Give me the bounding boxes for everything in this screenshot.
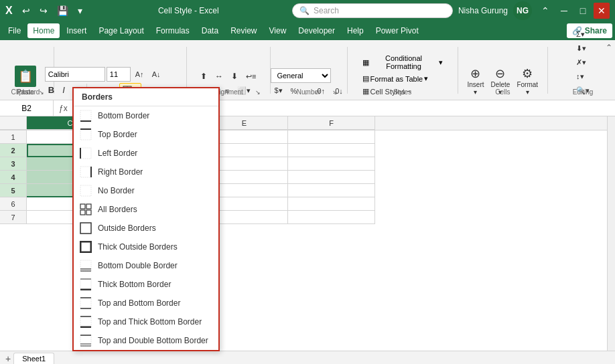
autosum-button[interactable]: Σ▾ <box>573 28 593 41</box>
border-bottom-item[interactable]: Bottom Border <box>74 106 218 125</box>
align-bottom-button[interactable]: ⬇ <box>228 70 241 83</box>
decrease-font-button[interactable]: A↓ <box>149 68 164 80</box>
row-header-3[interactable]: 3 <box>0 157 27 171</box>
font-size-input[interactable] <box>107 67 131 82</box>
no-border-icon <box>79 184 92 197</box>
top-bottom-label: Top and Bottom Border <box>98 298 180 308</box>
border-none-item[interactable]: No Border <box>74 181 218 200</box>
cf-arrow-icon: ▾ <box>439 58 443 67</box>
minimize-button[interactable]: ─ <box>556 3 572 19</box>
outside-borders-label: Outside Borders <box>98 223 156 233</box>
search-box[interactable]: 🔍 Search <box>292 3 453 18</box>
svg-rect-15 <box>86 210 91 215</box>
bottom-border-icon <box>79 109 92 122</box>
avatar[interactable]: NG <box>513 1 532 20</box>
delete-label: Delete <box>491 81 510 88</box>
wrap-text-button[interactable]: ↩≡ <box>243 70 259 83</box>
cell-f7[interactable] <box>288 211 375 224</box>
menu-file[interactable]: File <box>3 23 26 38</box>
align-middle-button[interactable]: ↔ <box>212 70 226 83</box>
row-header-5[interactable]: 5 <box>0 184 27 197</box>
menu-help[interactable]: Help <box>342 23 369 38</box>
all-borders-label: All Borders <box>98 205 137 214</box>
alignment-expand-icon[interactable]: ↘ <box>255 89 261 96</box>
border-top-thick-bottom-item[interactable]: Top and Thick Bottom Border <box>74 312 218 331</box>
border-thick-outside-item[interactable]: Thick Outside Borders <box>74 238 218 256</box>
thick-bottom-border-icon <box>79 278 92 291</box>
title-bar-center: Cell Style - Excel <box>85 6 292 15</box>
svg-rect-16 <box>80 223 91 234</box>
border-thick-bottom-item[interactable]: Thick Bottom Border <box>74 275 218 294</box>
row-header-7[interactable]: 7 <box>0 211 27 224</box>
border-top-item[interactable]: Top Border <box>74 125 218 144</box>
svg-rect-27 <box>80 316 91 327</box>
bottom-border-label: Bottom Border <box>98 111 149 120</box>
cell-f2[interactable] <box>288 144 375 157</box>
number-label: Number <box>278 88 338 96</box>
fat-arrow-icon: ▾ <box>424 74 428 83</box>
border-all-item[interactable]: All Borders <box>74 200 218 219</box>
menu-view[interactable]: View <box>264 23 292 38</box>
increase-font-button[interactable]: A↑ <box>132 68 147 80</box>
border-top-double-bottom-item[interactable]: Top and Double Bottom Border <box>74 331 218 350</box>
left-border-label: Left Border <box>98 149 137 158</box>
sheet-tab-1[interactable]: Sheet1 <box>13 353 54 364</box>
add-sheet-button[interactable]: + <box>3 353 13 364</box>
conditional-formatting-label: Conditional Formatting <box>370 54 437 70</box>
menu-developer[interactable]: Developer <box>293 23 340 38</box>
expand-ribbon-button[interactable]: ⌃ <box>606 43 612 52</box>
menu-review[interactable]: Review <box>225 23 262 38</box>
thick-outside-borders-icon <box>79 240 92 254</box>
bold-button[interactable]: B <box>45 83 58 97</box>
align-top-button[interactable]: ⬆ <box>197 70 210 83</box>
number-expand-icon[interactable]: ↘ <box>332 89 338 96</box>
more-quick-access[interactable]: ▾ <box>75 4 85 17</box>
border-left-item[interactable]: Left Border <box>74 144 218 163</box>
top-thick-bottom-border-icon <box>79 315 92 329</box>
cell-f6[interactable] <box>288 197 375 211</box>
row-headers: 1 2 3 4 5 6 7 <box>0 130 27 224</box>
maximize-button[interactable]: □ <box>575 3 591 19</box>
menu-page-layout[interactable]: Page Layout <box>93 23 149 38</box>
cells-group: ⊕ Insert ▾ ⊖ Delete ▾ ⚙ Format ▾ Cells <box>466 65 539 97</box>
save-button[interactable]: 💾 <box>54 4 71 17</box>
row-header-1[interactable]: 1 <box>0 130 27 144</box>
cell-f5[interactable] <box>288 184 375 197</box>
row-header-4[interactable]: 4 <box>0 171 27 184</box>
border-top-bottom-item[interactable]: Top and Bottom Border <box>74 294 218 312</box>
svg-rect-14 <box>80 210 85 215</box>
menu-power-pivot[interactable]: Power Pivot <box>370 23 424 38</box>
border-right-item[interactable]: Right Border <box>74 163 218 181</box>
top-double-bottom-border-icon <box>79 334 92 347</box>
close-button[interactable]: ✕ <box>594 3 610 19</box>
conditional-formatting-button[interactable]: ▦ Conditional Formatting ▾ <box>358 53 447 72</box>
cell-f1[interactable] <box>288 130 375 144</box>
clear-button[interactable]: ✗▾ <box>573 56 593 69</box>
row-header-6[interactable]: 6 <box>0 197 27 211</box>
cell-f3[interactable] <box>288 157 375 171</box>
sort-filter-button[interactable]: ↕▾ <box>573 70 593 83</box>
border-bottom-double-item[interactable]: Bottom Double Border <box>74 256 218 275</box>
clipboard-expand-icon[interactable]: ↘ <box>39 89 44 96</box>
cell-f4[interactable] <box>288 171 375 184</box>
top-border-icon <box>79 128 92 141</box>
name-box[interactable] <box>0 100 54 116</box>
menu-home[interactable]: Home <box>27 23 60 38</box>
vertical-scrollbar[interactable] <box>607 116 615 351</box>
redo-button[interactable]: ↪ <box>37 4 50 17</box>
format-as-table-button[interactable]: ▤ Format as Table ▾ <box>358 73 447 84</box>
menu-insert[interactable]: Insert <box>61 23 92 38</box>
corner-cell[interactable] <box>0 116 27 130</box>
menu-formulas[interactable]: Formulas <box>151 23 195 38</box>
border-outside-item[interactable]: Outside Borders <box>74 219 218 238</box>
number-format-select[interactable]: General Number Currency Percentage Date <box>271 68 331 83</box>
font-name-input[interactable] <box>45 67 105 82</box>
row-header-2[interactable]: 2 <box>0 144 27 157</box>
divider-4 <box>347 47 348 94</box>
ribbon-collapse-button[interactable]: ⌃ <box>537 3 553 19</box>
menu-data[interactable]: Data <box>196 23 224 38</box>
col-header-f[interactable]: F <box>288 116 375 130</box>
user-name: Nisha Gurung <box>458 6 508 15</box>
undo-button[interactable]: ↩ <box>19 4 33 17</box>
fill-button[interactable]: ⬇▾ <box>573 42 593 55</box>
